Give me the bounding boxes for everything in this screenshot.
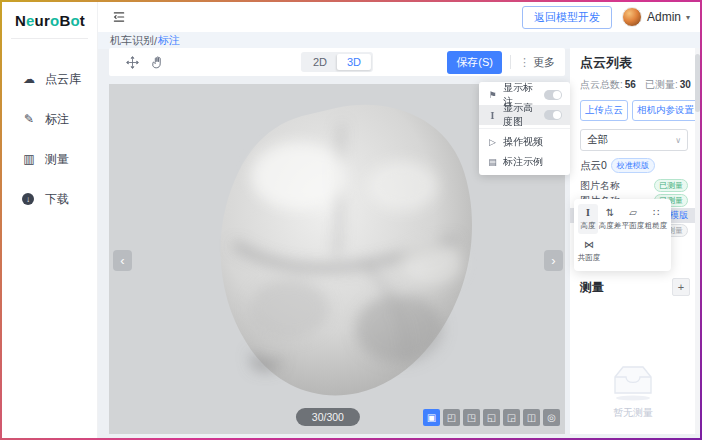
tool-height[interactable]: I 高度: [578, 204, 598, 234]
tools-row-2: ⋈ 共面度: [578, 236, 667, 266]
view-top-button[interactable]: ◫: [523, 409, 540, 426]
menu-fold-icon[interactable]: [112, 10, 126, 24]
tool-coplanarity[interactable]: ⋈ 共面度: [578, 236, 600, 266]
cloud-icon: ☁: [22, 72, 36, 86]
measure-tools-popup: I 高度 ⇅ 高度差 ▱ 平面度 ∷ 粗糙度 ⋈: [574, 199, 671, 271]
logo-segment: N: [15, 12, 26, 29]
scrollbar-thumb[interactable]: [695, 54, 700, 112]
user-menu[interactable]: Admin ▾: [622, 7, 690, 27]
panel-stats: 点云总数:56 已测量:30: [580, 78, 688, 92]
logo-segment: ur: [35, 12, 50, 29]
more-label: 更多: [533, 55, 555, 70]
sidebar-item-download[interactable]: ↓ 下载: [2, 179, 97, 219]
show-heightmap-toggle[interactable]: [544, 110, 562, 120]
text-height-icon: I: [487, 110, 498, 121]
frame-pager: 30/300: [296, 408, 360, 426]
menu-item-annotation-example[interactable]: ▤ 标注示例: [479, 152, 570, 172]
sidebar-item-label: 点云库: [45, 71, 81, 88]
calibration-template-tag: 校准模版: [611, 158, 655, 173]
save-button[interactable]: 保存(S): [447, 51, 502, 74]
empty-state: 暂无测量: [570, 362, 696, 420]
view-front-button[interactable]: ◰: [443, 409, 460, 426]
menu-item-tutorial-video[interactable]: ▷ 操作视频: [479, 132, 570, 152]
app-frame: NeuroBot ☁ 点云库 ✎ 标注 ▥ 测量 ↓ 下载: [0, 0, 702, 440]
height-icon: I: [586, 207, 590, 219]
avatar: [622, 7, 642, 27]
breadcrumb-parent[interactable]: 机车识别: [110, 33, 154, 48]
menu-item-label: 标注示例: [503, 155, 543, 169]
toolbar-right: 保存(S) ⋮ 更多: [447, 51, 559, 74]
tooth-mesh[interactable]: [194, 94, 494, 414]
breadcrumb-current: 标注: [158, 33, 180, 48]
tab-2d[interactable]: 2D: [303, 54, 337, 70]
view-back-button[interactable]: ◳: [463, 409, 480, 426]
pointcloud-group[interactable]: 点云0 校准模版: [580, 158, 688, 173]
cube-wire-icon: ◲: [507, 412, 516, 423]
tool-flatness[interactable]: ▱ 平面度: [622, 204, 644, 234]
pointcloud-panel: 点云列表 点云总数:56 已测量:30 上传点云 相机内参设置 全部 ∨ 点云0…: [570, 48, 696, 434]
sidebar-item-label: 标注: [45, 111, 69, 128]
video-icon: ▷: [487, 137, 498, 147]
upload-pointcloud-button[interactable]: 上传点云: [580, 100, 628, 121]
download-icon: ↓: [22, 193, 36, 205]
app-logo: NeuroBot: [2, 2, 97, 29]
toolbar-divider: [510, 55, 511, 69]
back-to-model-dev-button[interactable]: 返回模型开发: [522, 6, 612, 29]
chevron-left-icon: ‹: [120, 253, 124, 268]
neurobot-app: NeuroBot ☁ 点云库 ✎ 标注 ▥ 测量 ↓ 下载: [2, 2, 700, 438]
sidebar-item-annotation[interactable]: ✎ 标注: [2, 99, 97, 139]
sidebar-item-measure[interactable]: ▥ 测量: [2, 139, 97, 179]
status-badge: 已测量: [654, 179, 688, 192]
menu-item-label: 显示高度图: [503, 101, 539, 129]
menu-item-show-heightmap[interactable]: I 显示高度图: [479, 105, 570, 125]
topbar: 返回模型开发 Admin ▾: [98, 2, 700, 32]
filter-select[interactable]: 全部 ∨: [580, 129, 688, 151]
toggle-knob: [553, 111, 561, 119]
prev-frame-button[interactable]: ‹: [113, 250, 132, 271]
flatness-icon: ▱: [629, 207, 637, 219]
empty-box-icon: [608, 362, 658, 402]
tool-height-diff[interactable]: ⇅ 高度差: [599, 204, 621, 234]
logo-segment: t: [80, 12, 85, 29]
measured-stat: 已测量:30: [645, 78, 691, 92]
coplanarity-icon: ⋈: [584, 239, 594, 251]
cube-wire-icon: ◱: [487, 412, 496, 423]
view-left-button[interactable]: ◱: [483, 409, 500, 426]
logo-gear-e: e: [26, 12, 35, 29]
canvas-toolbar: 2D 3D 保存(S) ⋮ 更多: [109, 48, 565, 76]
view-default-button[interactable]: ▣: [423, 409, 440, 426]
tool-label: 高度: [581, 221, 596, 231]
logo-divider: [11, 38, 88, 39]
toggle-knob: [553, 91, 561, 99]
sidebar-nav: ☁ 点云库 ✎ 标注 ▥ 测量 ↓ 下载: [2, 59, 97, 219]
pen-icon: ✎: [22, 112, 36, 126]
logo-gear-o2: o: [70, 12, 79, 29]
height-diff-icon: ⇅: [606, 207, 614, 219]
more-button[interactable]: ⋮ 更多: [519, 55, 559, 70]
logo-segment: B: [59, 12, 70, 29]
sidebar-item-pointcloud-library[interactable]: ☁ 点云库: [2, 59, 97, 99]
pan-move-icon[interactable]: [125, 55, 140, 70]
view-reset-button[interactable]: ◎: [543, 409, 560, 426]
caret-down-icon: ▾: [686, 13, 690, 22]
logo-gear-o1: o: [50, 12, 59, 29]
tab-3d[interactable]: 3D: [337, 54, 371, 70]
empty-state-text: 暂无测量: [613, 406, 653, 420]
show-annotation-toggle[interactable]: [544, 90, 562, 100]
tool-roughness[interactable]: ∷ 粗糙度: [645, 204, 667, 234]
add-measure-button[interactable]: +: [672, 278, 690, 296]
target-icon: ◎: [547, 412, 556, 423]
view-right-button[interactable]: ◲: [503, 409, 520, 426]
next-frame-button[interactable]: ›: [544, 250, 563, 271]
camera-intrinsics-button[interactable]: 相机内参设置: [632, 100, 699, 121]
roughness-icon: ∷: [653, 207, 659, 219]
list-item[interactable]: 图片名称 已测量: [580, 178, 688, 193]
group-name: 点云0: [580, 159, 607, 173]
panel-buttons: 上传点云 相机内参设置: [580, 100, 688, 121]
image-icon: ▤: [487, 157, 498, 167]
chevron-down-icon: ∨: [675, 136, 681, 145]
more-dropdown-menu: ⚑ 显示标注 I 显示高度图 ▷ 操作视频 ▤ 标注示例: [479, 82, 570, 175]
filter-selected-value: 全部: [587, 133, 608, 147]
tool-label: 粗糙度: [645, 221, 668, 231]
hand-grab-icon[interactable]: [150, 55, 165, 70]
